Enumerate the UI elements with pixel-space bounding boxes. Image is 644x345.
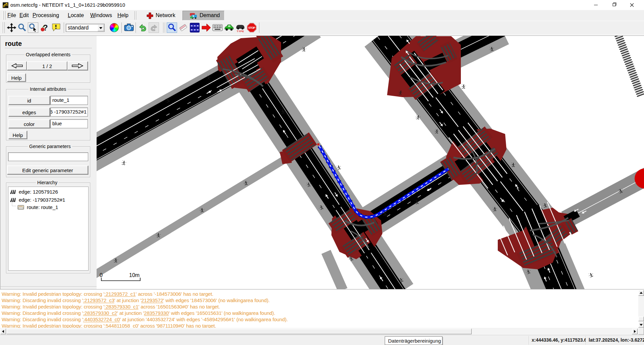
svg-text:0: 0 bbox=[100, 272, 103, 278]
svg-text:STOP: STOP bbox=[248, 26, 255, 29]
svg-text:TYPE: TYPE bbox=[237, 30, 244, 32]
svg-text:10m: 10m bbox=[129, 272, 140, 278]
